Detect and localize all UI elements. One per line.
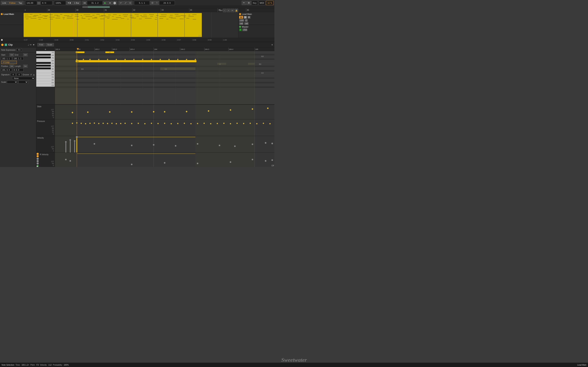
set-pencil-btn[interactable]: ✏	[231, 8, 234, 12]
slide-content[interactable]	[55, 105, 274, 119]
lane-btn-1[interactable]	[37, 153, 39, 155]
piano-key-C2[interactable]: C2	[36, 84, 55, 87]
pr-settings-icon[interactable]: ▼	[271, 44, 273, 46]
svg-point-129	[107, 59, 108, 60]
record-button[interactable]: ⬤	[112, 1, 117, 5]
scale-button[interactable]: Scale	[45, 43, 54, 46]
tempo-display[interactable]: 141.00	[25, 1, 37, 5]
link-button[interactable]: Link	[1, 1, 8, 5]
end-value[interactable]: 190. 1. 1	[13, 57, 24, 60]
piano-key-B2-black[interactable]	[36, 67, 51, 69]
tempo-drag[interactable]: ||||	[37, 1, 40, 5]
groove-select[interactable]: None	[12, 77, 35, 80]
groove-edit-icon[interactable]: ▲	[33, 74, 35, 76]
solo-button[interactable]: S	[244, 16, 247, 19]
position2-display[interactable]: 5. 1. 1	[134, 1, 150, 5]
follow-button[interactable]: Follow	[8, 1, 17, 5]
record-arm-button[interactable]: R	[248, 16, 251, 19]
key-display[interactable]: Key	[251, 1, 258, 5]
start-set-btn[interactable]: Set	[9, 53, 14, 56]
start-value[interactable]: 182. 1. 1	[1, 57, 12, 60]
r-velocity-content[interactable]	[55, 153, 274, 167]
master-pan-1[interactable]: 0	[239, 29, 242, 31]
piano-key-A2[interactable]: A2	[36, 70, 55, 73]
velocity-svg	[55, 136, 274, 152]
piano-key-Db3-black[interactable]	[36, 65, 51, 67]
play-button[interactable]: ▶	[103, 1, 107, 5]
midi-display[interactable]: MIDI	[258, 1, 266, 5]
pencil-icon[interactable]: ✏	[30, 43, 32, 46]
len-value[interactable]: 8. 0. 0	[13, 68, 24, 71]
scale-select[interactable]	[7, 80, 18, 83]
loop-button[interactable]: ↺ Loop	[1, 61, 17, 64]
loop-button[interactable]: ↩	[119, 1, 123, 5]
click-button[interactable]: ⊙	[128, 1, 132, 5]
note-icon-1[interactable]: ♩	[28, 43, 29, 46]
midi-btn2[interactable]: ⊡	[150, 1, 155, 5]
piano-key-Gb3-black[interactable]	[36, 57, 51, 58]
position3-display[interactable]: 24. 0. 0	[159, 1, 175, 5]
svg-point-233	[153, 144, 155, 146]
arr-clips-area[interactable]: 1/8	[24, 12, 238, 38]
lane-btn-5[interactable]	[37, 162, 39, 164]
position-display[interactable]: 31. 1. 2	[87, 1, 103, 5]
lane-play-btn[interactable]: ▶	[37, 165, 39, 167]
piano-key-A3[interactable]: A3	[36, 51, 55, 54]
lane-btn-4[interactable]	[37, 160, 39, 162]
piano-key-G2[interactable]: G2	[36, 73, 55, 76]
grid-line-6	[184, 12, 185, 38]
sig-val-1[interactable]: 4	[11, 73, 16, 76]
wave-btn[interactable]: ⌇	[155, 1, 159, 5]
rewind-button[interactable]: ⏮	[82, 1, 87, 5]
piano-key-E2[interactable]: E2	[36, 78, 55, 81]
sig-val-2[interactable]: 4	[17, 73, 21, 76]
punch-button[interactable]: ⤢	[123, 1, 128, 5]
fold-button[interactable]: Fold	[37, 43, 45, 46]
piano-key-E3[interactable]: E3	[36, 59, 55, 62]
svg-rect-14	[92, 15, 95, 16]
svg-rect-65	[55, 18, 60, 18]
volume-display[interactable]: 12	[239, 16, 243, 19]
tap-button[interactable]: Tap	[17, 1, 24, 5]
svg-rect-68	[76, 19, 79, 20]
piano-key-Eb3-black[interactable]	[36, 62, 51, 64]
pos-value[interactable]: 181. 4. 4	[1, 68, 12, 71]
key-select[interactable]	[18, 80, 28, 83]
groove-reset-icon[interactable]: ↺	[30, 74, 32, 76]
bar-select[interactable]: 1 Bar	[73, 1, 81, 5]
pr-timeline-content[interactable]: 182.4 183 183.2 183.3 183.4 184 184.2 18…	[55, 48, 274, 51]
pressure-content[interactable]	[55, 119, 274, 136]
svg-point-166	[109, 111, 111, 113]
set-lock-btn[interactable]: 🔒	[235, 8, 238, 12]
zoom-display[interactable]: 100%	[54, 1, 66, 5]
time-0-52: 0:52	[100, 39, 115, 41]
set-minus-btn[interactable]: −	[223, 8, 226, 12]
piano-keys: A3 G3 F3 E3 D3 C3 B2 A2 G2 F2 E2 D2	[36, 51, 55, 104]
arrow-icon[interactable]: ▼	[33, 43, 35, 46]
end-set-btn[interactable]: Set	[23, 53, 28, 56]
metronome-dots[interactable]: ●◑	[66, 1, 72, 5]
svg-point-254	[197, 163, 198, 164]
loop-icon: ↺	[3, 61, 5, 63]
pr-grid[interactable]: A3 A3 F3	[55, 51, 274, 104]
set-label: Set	[219, 9, 223, 12]
stop-button[interactable]: ■	[108, 1, 112, 5]
svg-rect-18	[113, 14, 117, 15]
piano-key-F2[interactable]: F2	[36, 76, 55, 78]
master-pan-2[interactable]: -7.0	[242, 29, 247, 31]
piano-key-Ab3-black[interactable]	[36, 54, 51, 56]
len-set-btn[interactable]: Set	[23, 65, 28, 68]
piano-key-D2[interactable]: D2	[36, 81, 55, 84]
svg-point-128	[98, 59, 99, 60]
velocity-content[interactable]	[55, 136, 274, 152]
grid-btn[interactable]: ⊞	[247, 1, 251, 5]
set-plus-btn[interactable]: +	[227, 8, 230, 12]
arr-scrollbar[interactable]	[0, 6, 274, 8]
time-sig-display[interactable]: 4 / 4	[41, 1, 52, 5]
pencil-btn[interactable]: ✏	[242, 1, 246, 5]
svg-rect-37	[49, 17, 55, 17]
lane-btn-3[interactable]	[37, 158, 39, 160]
pos-set-btn[interactable]: Set	[9, 65, 14, 68]
lane-btn-2[interactable]	[37, 155, 39, 157]
svg-text:F3: F3	[77, 60, 79, 62]
